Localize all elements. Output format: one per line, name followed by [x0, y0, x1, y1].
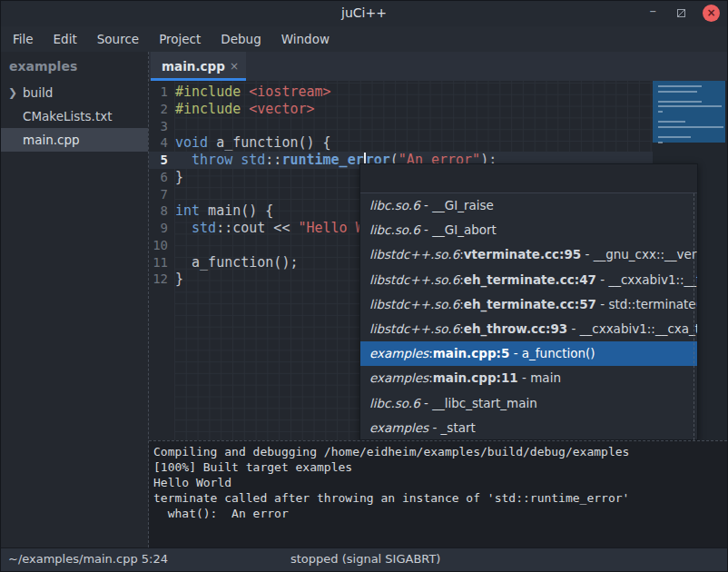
backtrace-item[interactable]: libstdc++.so.6:eh_terminate.cc:57 - std:… [360, 292, 697, 317]
library-name: libstdc++.so.6 [369, 272, 459, 287]
sidebar-item-build[interactable]: ❯build [1, 81, 148, 104]
juci-window: juCi++ – × FileEditSourceProjectDebugWin… [0, 0, 728, 572]
code-token [175, 152, 192, 168]
code-token: #include [175, 84, 249, 100]
titlebar[interactable]: juCi++ – × [1, 1, 727, 26]
line-number: 7 [149, 186, 168, 203]
status-bar: ~/examples/main.cpp 5:24 stopped (signal… [1, 547, 727, 571]
backtrace-item[interactable]: libc.so.6 - __GI_abort [360, 218, 697, 242]
code-token: #include [175, 101, 249, 117]
minimap-line [658, 126, 723, 128]
minimap-line [658, 121, 685, 123]
tab-label: main.cpp [162, 59, 225, 74]
line-number: 2 [149, 101, 168, 118]
maximize-icon[interactable] [677, 9, 685, 17]
backtrace-item[interactable]: libstdc++.so.6:vterminate.cc:95 - __gnu_… [360, 242, 697, 267]
backtrace-popup: libc.so.6 - __GI_raiselibc.so.6 - __GI_a… [359, 163, 698, 440]
menu-project[interactable]: Project [149, 32, 211, 46]
menu-debug[interactable]: Debug [211, 32, 271, 46]
code-token: ::cout << [216, 220, 298, 236]
terminal-line: Compiling and debugging /home/eidheim/ex… [153, 444, 727, 459]
backtrace-item[interactable]: libc.so.6 - __GI_raise [360, 193, 697, 218]
minimap-line [658, 85, 702, 87]
code-token: std [241, 152, 265, 168]
project-name: examples [1, 52, 148, 81]
file-tree-sidebar: examples ❯buildCMakeLists.txtmain.cpp [1, 52, 148, 547]
file-location: eh_terminate.cc:47 [464, 272, 596, 287]
backtrace-item[interactable]: libc.so.6 - __libc_start_main [360, 391, 697, 416]
output-terminal[interactable]: Compiling and debugging /home/eidheim/ex… [149, 440, 727, 547]
file-location: main.cpp:11 [433, 370, 518, 385]
line-number: 1 [149, 84, 168, 101]
expand-chevron-icon[interactable]: ❯ [1, 81, 23, 104]
backtrace-item[interactable]: examples:main.cpp:5 - a_function() [360, 341, 697, 366]
code-token: int [175, 202, 200, 219]
code-token: throw [192, 152, 232, 168]
code-line[interactable]: 1#include <iostream> [149, 84, 653, 101]
code-token [232, 152, 241, 168]
code-line[interactable]: 4void a_function() { [149, 134, 653, 152]
backtrace-item[interactable]: libstdc++.so.6:eh_throw.cc:93 - __cxxabi… [360, 317, 697, 341]
line-number: 5 [149, 152, 168, 169]
window-title: juCi++ [1, 5, 727, 20]
tab-main.cpp[interactable]: main.cpp× [151, 52, 246, 81]
sidebar-item-main.cpp[interactable]: main.cpp [1, 128, 148, 152]
minimap-line [658, 101, 702, 103]
terminal-line: [100%] Built target examples [153, 459, 727, 475]
code-token: <vector> [249, 101, 314, 117]
menu-source[interactable]: Source [87, 32, 149, 46]
minimap-line [658, 105, 722, 107]
sidebar-item-label: main.cpp [23, 128, 80, 152]
status-file-location: ~/examples/main.cpp 5:24 [8, 552, 168, 566]
popup-search-input[interactable] [360, 164, 697, 193]
minimap-line [658, 111, 663, 113]
line-number: 4 [149, 134, 168, 152]
code-line[interactable]: 2#include <vector> [149, 101, 653, 118]
terminal-line: Hello World [153, 475, 727, 490]
line-number: 12 [149, 271, 168, 288]
code-token: "Hello W [298, 220, 363, 236]
library-name: libc.so.6 [369, 198, 420, 212]
code-token: runtime_er [281, 152, 363, 168]
line-number: 10 [149, 237, 168, 254]
terminal-line: terminate called after throwing an insta… [153, 490, 727, 506]
backtrace-list: libc.so.6 - __GI_raiselibc.so.6 - __GI_a… [360, 193, 697, 440]
sidebar-item-cmakelists.txt[interactable]: CMakeLists.txt [1, 104, 148, 128]
close-icon[interactable]: × [703, 5, 720, 22]
library-name: libc.so.6 [369, 222, 420, 237]
code-token: main() { [200, 202, 273, 219]
sidebar-item-label: CMakeLists.txt [23, 104, 113, 128]
code-token: } [175, 271, 183, 287]
library-name: examples [369, 420, 428, 435]
tab-close-icon[interactable]: × [230, 60, 239, 73]
menu-window[interactable]: Window [271, 32, 339, 46]
library-name: libstdc++.so.6 [369, 321, 459, 336]
code-token: } [175, 169, 183, 185]
file-tree: ❯buildCMakeLists.txtmain.cpp [1, 81, 148, 152]
line-number: 8 [149, 202, 168, 220]
library-name: libstdc++.so.6 [369, 247, 459, 261]
code-token: a_function() { [208, 134, 330, 151]
sidebar-item-label: build [23, 81, 53, 104]
code-token [175, 220, 192, 236]
menu-file[interactable]: File [3, 32, 44, 46]
menu-edit[interactable]: Edit [44, 32, 87, 46]
file-location: eh_terminate.cc:57 [464, 297, 596, 311]
library-name: examples [369, 346, 428, 360]
terminal-line: what(): An error [153, 506, 727, 521]
file-location: main.cpp:5 [433, 346, 510, 360]
backtrace-item[interactable]: examples:main.cpp:11 - main [360, 366, 697, 390]
tab-bar: main.cpp× [149, 52, 727, 81]
line-number: 6 [149, 169, 168, 186]
file-location: vterminate.cc:95 [464, 247, 581, 261]
library-name: libstdc++.so.6 [369, 297, 459, 311]
minimap-line [658, 136, 691, 138]
minimap-viewport[interactable] [653, 81, 725, 143]
code-editor[interactable]: 1#include <iostream>2#include <vector>34… [149, 81, 727, 440]
backtrace-item[interactable]: libstdc++.so.6:eh_terminate.cc:47 - __cx… [360, 268, 697, 292]
line-number: 3 [149, 118, 168, 135]
backtrace-item[interactable]: examples - _start [360, 416, 697, 440]
minimize-icon[interactable]: – [650, 5, 657, 17]
code-line[interactable]: 3 [149, 118, 653, 135]
menubar: FileEditSourceProjectDebugWindow [1, 26, 727, 52]
